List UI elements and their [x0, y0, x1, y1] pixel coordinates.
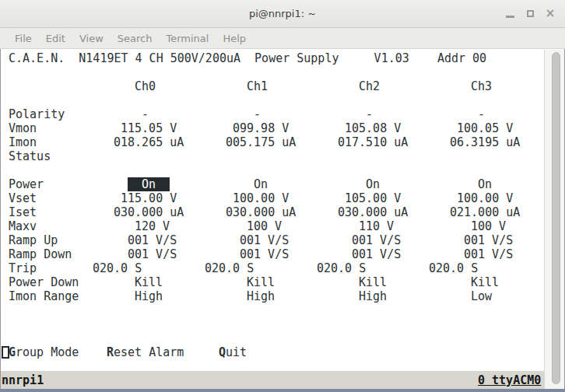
cell-value: 020.0 S	[93, 261, 142, 275]
cell-value: High	[359, 289, 387, 303]
terminal-line: Trip020.0 S020.0 S020.0 S020.0 S	[1, 261, 544, 275]
cell-value: 020.0 S	[205, 261, 254, 275]
cell-value: 110 V	[359, 219, 394, 233]
cell-value: Kill	[247, 275, 275, 289]
cell-value: 105.08 V	[345, 121, 401, 135]
terminal-line: Ch0Ch1Ch2Ch3	[1, 79, 544, 93]
channel-header: Ch2	[359, 79, 380, 93]
cell-value: 100.00 V	[233, 191, 289, 205]
maximize-icon	[527, 10, 534, 17]
menu-file[interactable]: File	[8, 33, 39, 44]
terminal-line: Group ModeReset AlarmQuit	[1, 345, 544, 359]
row-label: Iset	[9, 205, 37, 219]
terminal-line: nnrpi10 ttyACM0	[1, 373, 544, 387]
cell-value: On	[254, 177, 268, 191]
cell-value: 001 V/S	[240, 247, 289, 261]
terminal-line: Iset030.000 uA030.000 uA030.000 uA021.00…	[1, 205, 544, 219]
cell-value: 115.05 V	[121, 121, 177, 135]
cell-value: Kill	[359, 275, 387, 289]
terminal-line: Polarity----	[1, 107, 544, 121]
cell-value: -	[366, 107, 373, 121]
cell-value: 020.0 S	[429, 261, 478, 275]
cell-value: High	[247, 289, 275, 303]
row-label: Vset	[9, 191, 37, 205]
cell-value: 099.98 V	[233, 121, 289, 135]
terminal-line: Vset115.00 V100.00 V105.00 V100.00 V	[1, 191, 544, 205]
footer-hotkey: R	[107, 345, 114, 359]
cell-value: 030.000 uA	[114, 205, 184, 219]
cell-value: High	[135, 289, 163, 303]
status-tty: 0 ttyACM0	[478, 373, 541, 387]
close-button[interactable]: ×	[540, 4, 560, 24]
cell-value: 005.175 uA	[226, 135, 296, 149]
terminal-line: Imon018.265 uA005.175 uA017.510 uA06.319…	[1, 135, 544, 149]
terminal-line	[1, 163, 544, 177]
cell-value: On	[366, 177, 380, 191]
channel-header: Ch1	[247, 79, 268, 93]
scrollbar-thumb[interactable]	[552, 52, 560, 384]
row-label: Imon	[9, 135, 37, 149]
cell-value: 021.000 uA	[450, 205, 520, 219]
footer-command: eset Alarm	[114, 345, 184, 359]
terminal-line: Power DownKillKillKillKill	[1, 275, 544, 289]
terminal-line: Power On OnOnOn	[1, 177, 544, 191]
terminal-line	[1, 93, 544, 107]
cell-value: 120 V	[135, 219, 170, 233]
cell-value: 001 V/S	[128, 233, 177, 247]
cell-value: Kill	[135, 275, 163, 289]
menu-bar: File Edit View Search Terminal Help	[0, 28, 565, 49]
row-label: Status	[9, 149, 51, 163]
window-bottom-edge	[0, 389, 565, 392]
title-bar[interactable]: pi@nnrpi1: ~ ×	[0, 0, 565, 28]
menu-edit[interactable]: Edit	[39, 33, 72, 44]
maximize-button[interactable]	[520, 4, 540, 24]
cell-value: On	[478, 177, 492, 191]
cell-value: 017.510 uA	[338, 135, 408, 149]
terminal-screen[interactable]: C.A.E.N. N1419ET 4 CH 500V/200uA Power S…	[1, 50, 544, 389]
minimize-icon	[506, 16, 514, 18]
cell-value: 115.00 V	[121, 191, 177, 205]
footer-hotkey: Q	[219, 345, 226, 359]
menu-search[interactable]: Search	[111, 33, 160, 44]
cell-value: 001 V/S	[240, 233, 289, 247]
cell-value: -	[478, 107, 485, 121]
cell-value: 020.0 S	[317, 261, 366, 275]
row-label: Power	[9, 177, 44, 191]
close-icon: ×	[546, 8, 556, 19]
cell-value: 100.05 V	[457, 121, 513, 135]
row-label: Polarity	[9, 107, 65, 121]
cell-value: 001 V/S	[352, 247, 401, 261]
cell-value: 100 V	[471, 219, 506, 233]
row-label: Maxv	[9, 219, 37, 233]
cell-value: 100.00 V	[457, 191, 513, 205]
terminal-line: Ramp Up001 V/S001 V/S001 V/S001 V/S	[1, 233, 544, 247]
terminal-line	[1, 303, 544, 317]
cell-value: 001 V/S	[464, 247, 513, 261]
row-label: Ramp Up	[9, 233, 58, 247]
cell-value: 06.3195 uA	[450, 135, 520, 149]
footer-hotkey: G	[9, 345, 16, 359]
terminal-line	[1, 331, 544, 345]
terminal-line: Vmon115.05 V099.98 V105.08 V100.05 V	[1, 121, 544, 135]
menu-view[interactable]: View	[72, 33, 111, 44]
scrollbar-track[interactable]	[544, 50, 564, 389]
cell-value: Low	[471, 289, 492, 303]
footer-command: roup Mode	[16, 345, 79, 359]
cell-value: 001 V/S	[128, 247, 177, 261]
status-hostname: nnrpi1	[2, 373, 44, 387]
minimize-button[interactable]	[500, 4, 520, 24]
cell-value: 030.000 uA	[338, 205, 408, 219]
channel-header: Ch0	[135, 79, 156, 93]
terminal-line: Imon RangeHighHighHighLow	[1, 289, 544, 303]
footer-command: uit	[226, 345, 247, 359]
terminal-window: pi@nnrpi1: ~ × File Edit View Search Ter…	[0, 0, 565, 392]
cell-value: 018.265 uA	[114, 135, 184, 149]
terminal-line: Maxv120 V100 V110 V100 V	[1, 219, 544, 233]
row-label: Imon Range	[9, 289, 79, 303]
cell-value: 105.00 V	[345, 191, 401, 205]
window-title: pi@nnrpi1: ~	[0, 0, 565, 27]
menu-terminal[interactable]: Terminal	[159, 33, 216, 44]
cell-value: 030.000 uA	[226, 205, 296, 219]
terminal-line	[1, 359, 544, 373]
menu-help[interactable]: Help	[216, 33, 253, 44]
